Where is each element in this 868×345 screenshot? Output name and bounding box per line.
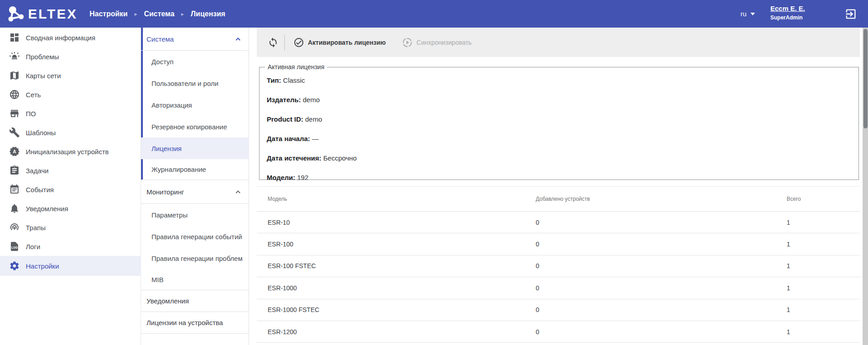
submenu-item-license[interactable]: Лицензия	[141, 137, 249, 159]
submenu-item-label: MIB	[151, 276, 164, 284]
table-row[interactable]: ESR-10 0 1	[257, 212, 860, 233]
dashboard-icon	[9, 32, 20, 43]
table-row[interactable]: ESR-1200 0 1	[257, 321, 860, 343]
eltex-molecule-icon	[6, 5, 25, 24]
cell-model: ESR-100 FSTEC	[268, 262, 316, 269]
submenu-item-authorization[interactable]: Авторизация	[141, 94, 249, 116]
sidebar-item-tasks[interactable]: Задачи	[0, 161, 141, 180]
cell-added: 0	[536, 306, 539, 313]
submenu-item-parameters[interactable]: Параметры	[141, 204, 249, 226]
submenu-item-label: Пользователи и роли	[151, 80, 218, 87]
table-row[interactable]: ESR-1000 FSTEC 0 1	[257, 299, 860, 321]
table-row[interactable]: ESR-1000 0 1	[257, 277, 860, 299]
refresh-button[interactable]	[268, 37, 278, 48]
cell-added: 0	[536, 262, 539, 269]
synchronize-button[interactable]: Синхронизировать	[402, 37, 472, 48]
synchronize-label: Синхронизировать	[416, 39, 472, 46]
cell-added: 0	[536, 284, 539, 292]
cell-total: 1	[787, 262, 790, 269]
user-block: Eccm E. E. SuperAdmin	[770, 5, 805, 21]
sidebar-item-traps[interactable]: Трапы	[0, 218, 141, 237]
submenu-item-mib[interactable]: MIB	[141, 269, 249, 290]
traps-antenna-icon	[9, 222, 20, 233]
submenu-item-label: Правила генерации проблем	[151, 255, 243, 262]
submenu-item-label: Лицензия	[151, 145, 182, 152]
cell-total: 1	[787, 328, 790, 336]
breadcrumb-system[interactable]: Система	[144, 10, 174, 18]
chevron-up-icon	[235, 37, 241, 41]
activate-license-label: Активировать лицензию	[308, 39, 386, 46]
sidebar-item-logs[interactable]: LOG Логи	[0, 237, 141, 256]
sidebar-item-summary[interactable]: Сводная информация	[0, 28, 141, 47]
check-circle-icon	[293, 37, 304, 48]
toolbar-divider	[284, 35, 285, 50]
globe-icon	[9, 89, 20, 100]
sidebar-item-label: Задачи	[26, 167, 48, 175]
sidebar-item-problems[interactable]: Проблемы	[0, 47, 141, 66]
submenu-item-label: Резервное копирование	[151, 123, 227, 131]
cell-added: 0	[536, 219, 539, 226]
section-title: Мониторинг	[146, 188, 184, 196]
sidebar-item-software[interactable]: ПО	[0, 104, 141, 123]
sidebar-item-label: Шаблоны	[26, 129, 56, 137]
breadcrumb-separator-icon: ▸	[181, 11, 184, 17]
cell-total: 1	[787, 219, 790, 226]
svg-text:LOG: LOG	[11, 246, 18, 249]
main-sidebar: Сводная информация Проблемы Карты сети С…	[0, 28, 141, 345]
submenu-item-access[interactable]: Доступ	[141, 51, 249, 72]
logs-file-icon: LOG	[9, 241, 20, 252]
events-calendar-icon	[9, 184, 20, 195]
cell-total: 1	[787, 241, 790, 248]
submenu-section-notifications[interactable]: Уведомления	[141, 290, 249, 312]
license-field-start-date: Дата начала: —	[267, 133, 859, 144]
active-license-legend: Активная лицензия	[265, 63, 327, 71]
submenu-section-system[interactable]: Система	[141, 28, 249, 51]
sync-play-icon	[402, 37, 413, 48]
submenu-item-label: Параметры	[151, 211, 188, 219]
submenu-item-label: Журналирование	[151, 165, 206, 173]
submenu-item-label: Правила генерации событий	[151, 233, 242, 241]
license-field-type: Тип: Classic	[267, 75, 859, 86]
submenu-item-users-roles[interactable]: Пользователи и роли	[141, 72, 249, 94]
logout-button[interactable]	[844, 8, 857, 20]
license-field-models: Модели: 192	[267, 172, 859, 183]
breadcrumb-license[interactable]: Лицензия	[191, 10, 226, 18]
submenu-item-logging[interactable]: Журналирование	[141, 159, 249, 180]
sidebar-item-settings[interactable]: Настройки	[0, 256, 141, 276]
submenu-item-label: Доступ	[151, 58, 174, 66]
sidebar-item-label: События	[26, 186, 54, 194]
submenu-section-monitoring[interactable]: Мониторинг	[141, 180, 249, 204]
activate-license-button[interactable]: Активировать лицензию	[293, 37, 386, 48]
sidebar-item-label: Трапы	[26, 224, 46, 232]
language-selector[interactable]: ru	[741, 0, 755, 28]
breadcrumb: Настройки ▸ Система ▸ Лицензия	[90, 0, 225, 28]
sidebar-item-label: Карты сети	[26, 72, 61, 80]
table-header-row: Модель Добавлено устройств Всего	[257, 187, 860, 212]
section-title: Лицензии на устройства	[146, 319, 223, 326]
cell-model: ESR-1000 FSTEC	[268, 306, 319, 313]
eltex-logo[interactable]: ELTEX	[6, 4, 77, 24]
scrollbar-thumb[interactable]	[863, 29, 868, 128]
submenu-item-backup[interactable]: Резервное копирование	[141, 116, 249, 137]
sidebar-item-network-maps[interactable]: Карты сети	[0, 66, 141, 85]
sidebar-item-events[interactable]: События	[0, 180, 141, 199]
sidebar-item-label: Сеть	[26, 91, 41, 99]
column-header-total: Всего	[787, 196, 801, 202]
breadcrumb-settings[interactable]: Настройки	[90, 10, 127, 18]
sidebar-item-notifications[interactable]: Уведомления	[0, 199, 141, 218]
table-row[interactable]: ESR-100 FSTEC 0 1	[257, 255, 860, 277]
submenu-section-device-licenses[interactable]: Лицензии на устройства	[141, 312, 249, 334]
table-row[interactable]: ESR-100 0 1	[257, 233, 860, 255]
submenu-item-event-rules[interactable]: Правила генерации событий	[141, 226, 249, 247]
cell-total: 1	[787, 284, 790, 292]
sidebar-item-label: Настройки	[26, 262, 59, 270]
user-name-link[interactable]: Eccm E. E.	[770, 5, 805, 13]
scrollbar[interactable]	[863, 28, 868, 345]
cell-total: 1	[787, 306, 790, 313]
submenu-item-problem-rules[interactable]: Правила генерации проблем	[141, 247, 249, 269]
cell-added: 0	[536, 328, 539, 336]
sidebar-item-templates[interactable]: Шаблоны	[0, 123, 141, 142]
sidebar-item-device-init[interactable]: A Инициализация устройств	[0, 142, 141, 161]
sidebar-item-network[interactable]: Сеть	[0, 85, 141, 104]
problems-alarm-icon	[9, 51, 20, 62]
